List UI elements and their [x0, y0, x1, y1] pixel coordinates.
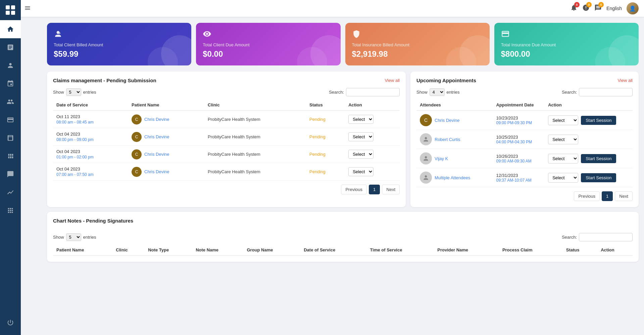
content-row: Claims management - Pending Submission V…: [47, 71, 639, 207]
patient-avatar: C: [132, 167, 142, 177]
chart-notes-col-4: Group Name: [243, 245, 300, 255]
alerts-icon[interactable]: 0: [582, 4, 590, 13]
card-4-title: Total Insurance Due Amount: [501, 42, 632, 47]
language-selector[interactable]: English: [606, 6, 622, 11]
appt-name-link[interactable]: Chris Devine: [435, 118, 478, 123]
claims-show-label: Show: [53, 90, 64, 95]
topbar-right: 0 0 0 English 👤: [570, 2, 639, 14]
claims-col-clinic: Clinic: [204, 100, 306, 110]
summary-cards: Total Client Billed Amount $59.99 Total …: [47, 23, 639, 65]
claims-show-select[interactable]: 51025: [66, 88, 81, 96]
sidebar-item-billing[interactable]: [0, 111, 21, 129]
avatar-image: 👤: [627, 2, 639, 14]
appt-action-cell: Select Start Session: [545, 149, 633, 168]
claims-table-controls: Show 51025 entries Search:: [53, 88, 400, 96]
appt-col-date: Appointment Date: [493, 100, 545, 110]
claims-entries-label: entries: [83, 90, 96, 95]
claims-action-select[interactable]: Select: [348, 132, 374, 141]
appt-avatar: C: [420, 114, 432, 126]
messages-icon[interactable]: 0: [594, 4, 602, 13]
start-session-button[interactable]: Start Session: [581, 154, 616, 163]
claims-status-cell: Pending: [306, 110, 345, 128]
claims-row: Oct 04 2023 01:00 pm - 02:00 pm C Chris …: [53, 146, 400, 163]
sidebar-item-widgets[interactable]: [0, 147, 21, 165]
sidebar-item-calendar[interactable]: [0, 129, 21, 147]
notification-badge: 0: [574, 2, 580, 7]
claims-action-cell: Select: [345, 110, 400, 128]
chart-notes-panel: Chart Notes - Pending Signatures Show 51…: [47, 212, 639, 262]
sidebar-item-group[interactable]: [0, 93, 21, 111]
claims-search-input[interactable]: [346, 88, 400, 96]
start-session-button[interactable]: Start Session: [581, 173, 616, 182]
claims-prev-btn[interactable]: Previous: [341, 185, 367, 194]
appt-prev-btn[interactable]: Previous: [574, 191, 600, 201]
appointment-row: Multiple Attendees 12/31/2023 09:37 AM-1…: [416, 168, 633, 187]
claims-clinic-cell: ProbityCare Health System: [204, 163, 306, 181]
patient-avatar: C: [132, 114, 142, 125]
appt-name-link[interactable]: Robert Curtis: [435, 137, 478, 142]
patient-name-link[interactable]: Chris Devine: [144, 169, 169, 174]
start-session-button[interactable]: Start Session: [581, 116, 616, 125]
claims-view-all[interactable]: View all: [385, 78, 400, 83]
sidebar-item-home[interactable]: [0, 20, 21, 38]
claims-status-cell: Pending: [306, 146, 345, 163]
claims-row: Oct 04 2023 08:00 pm - 09:00 pm C Chris …: [53, 128, 400, 146]
user-avatar[interactable]: 👤: [627, 2, 639, 14]
claims-date-cell: Oct 11 2023 08:00 am - 08:45 am: [53, 110, 128, 128]
claims-date-cell: Oct 04 2023 08:00 pm - 09:00 pm: [53, 128, 128, 146]
appointments-panel-header: Upcoming Appointments View all: [416, 78, 633, 83]
appt-attendee-cell: Vijay K: [416, 149, 493, 168]
claims-search-label: Search:: [329, 90, 344, 95]
appointment-row: Vijay K 10/26/2023 09:00 AM-09:30 AM Sel…: [416, 149, 633, 168]
appt-page-1-btn[interactable]: 1: [602, 191, 613, 201]
chart-notes-header: Chart Notes - Pending Signatures: [53, 218, 633, 228]
appt-next-btn[interactable]: Next: [615, 191, 633, 201]
claims-action-select[interactable]: Select: [348, 167, 374, 176]
sidebar-item-records[interactable]: [0, 38, 21, 56]
claims-action-select[interactable]: Select: [348, 115, 374, 124]
sidebar-item-clients[interactable]: [0, 56, 21, 75]
sidebar-item-analytics[interactable]: [0, 183, 21, 201]
appt-select-dropdown[interactable]: Select: [548, 173, 578, 183]
claims-search-wrap: Search:: [329, 88, 400, 96]
appt-select-dropdown[interactable]: Select: [548, 154, 578, 163]
appointments-search-input[interactable]: [579, 88, 633, 96]
patient-name-link[interactable]: Chris Devine: [144, 134, 169, 139]
card-2-title: Total Client Due Amount: [203, 42, 334, 47]
appointments-view-all[interactable]: View all: [617, 78, 633, 83]
appt-col-action: Action: [545, 100, 633, 110]
claims-date-cell: Oct 04 2023 01:00 pm - 02:00 pm: [53, 146, 128, 163]
claims-patient-cell: C Chris Devine: [128, 146, 204, 163]
patient-name-link[interactable]: Chris Devine: [144, 152, 169, 157]
appt-name-link[interactable]: Multiple Attendees: [435, 175, 478, 180]
sidebar-item-broadcast[interactable]: [0, 165, 21, 183]
claims-show-entries: Show 51025 entries: [53, 88, 96, 96]
appt-select-dropdown[interactable]: Select: [548, 115, 578, 125]
appointments-show-select[interactable]: 41025: [430, 88, 445, 96]
patient-name-link[interactable]: Chris Devine: [144, 117, 169, 122]
appointments-panel: Upcoming Appointments View all Show 4102…: [410, 71, 639, 207]
claims-next-btn[interactable]: Next: [382, 185, 400, 194]
notification-bell[interactable]: 0: [570, 4, 578, 13]
claims-row: Oct 04 2023 07:00 am - 07:50 am C Chris …: [53, 163, 400, 181]
chart-notes-col-10: Action: [597, 245, 633, 255]
card-client-due: Total Client Due Amount $0.00: [196, 23, 340, 65]
sidebar-item-power[interactable]: [0, 314, 21, 332]
sidebar-logo[interactable]: [0, 0, 21, 20]
client-due-icon: [203, 30, 334, 40]
chart-notes-search-input[interactable]: [579, 233, 633, 241]
sidebar-item-schedule[interactable]: [0, 75, 21, 93]
claims-pagination: Previous 1 Next: [53, 185, 400, 194]
appt-select-dropdown[interactable]: Select: [548, 135, 578, 144]
hamburger-menu[interactable]: [24, 5, 31, 13]
svg-rect-0: [6, 5, 10, 9]
sidebar-item-apps[interactable]: [0, 201, 21, 220]
card-insurance-due: Total Insurance Due Amount $800.00: [494, 23, 639, 65]
main-content: Total Client Billed Amount $59.99 Total …: [42, 17, 644, 335]
claims-page-1-btn[interactable]: 1: [369, 185, 380, 194]
chart-notes-show-select[interactable]: 51025: [66, 233, 81, 241]
appt-avatar: [420, 172, 432, 184]
appt-attendee-cell: Robert Curtis: [416, 130, 493, 149]
appt-name-link[interactable]: Vijay K: [435, 156, 478, 161]
claims-action-select[interactable]: Select: [348, 150, 374, 159]
